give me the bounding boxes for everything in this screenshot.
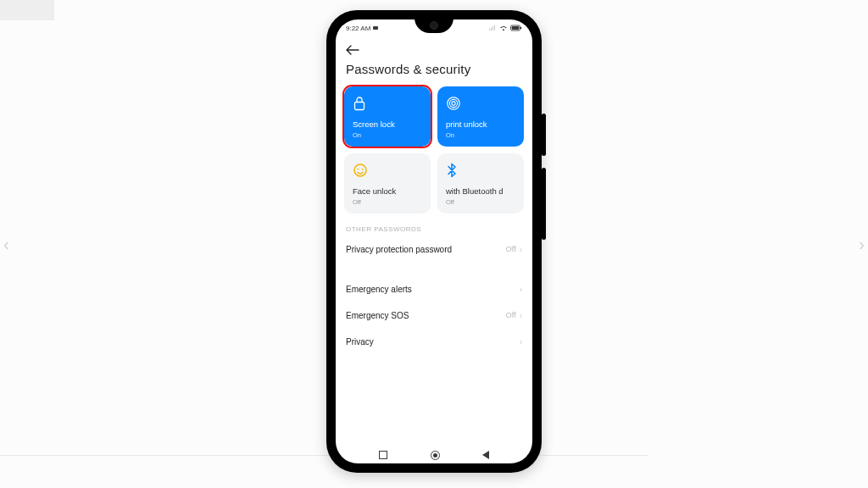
face-icon xyxy=(353,162,422,179)
tile-label: print unlock xyxy=(446,120,515,130)
row-value: Off xyxy=(506,311,516,319)
tile-label: Screen lock xyxy=(353,120,422,130)
phone-screen: 9:22 AM Passwords & security S xyxy=(336,19,532,463)
tile-status: Off xyxy=(353,198,422,206)
row-emergency-alerts[interactable]: Emergency alerts › xyxy=(344,276,524,302)
phone-side-button xyxy=(542,168,546,240)
svg-point-5 xyxy=(449,99,457,107)
section-heading: OTHER PASSWORDS xyxy=(346,225,524,233)
tile-label: Face unlock xyxy=(353,187,422,197)
svg-point-9 xyxy=(362,169,364,170)
wifi-icon xyxy=(499,25,508,31)
page-corner-tag xyxy=(0,0,54,20)
back-button[interactable] xyxy=(344,38,524,58)
tile-bluetooth-unlock[interactable]: with Bluetooth d Off xyxy=(437,153,524,214)
row-emergency-sos[interactable]: Emergency SOS Off› xyxy=(344,302,524,329)
row-label: Emergency alerts xyxy=(346,285,412,294)
row-value: Off xyxy=(506,245,516,253)
fingerprint-icon xyxy=(446,95,515,112)
status-time: 9:22 AM xyxy=(346,25,370,32)
camera-indicator-icon xyxy=(373,26,378,30)
row-privacy-protection-password[interactable]: Privacy protection password Off› xyxy=(344,236,524,263)
row-label: Emergency SOS xyxy=(346,311,409,320)
row-privacy[interactable]: Privacy › xyxy=(344,329,524,355)
chevron-right-icon: › xyxy=(520,285,522,294)
tile-fingerprint-unlock[interactable]: print unlock On xyxy=(437,86,524,147)
phone-side-button xyxy=(542,114,546,156)
nav-home-icon[interactable] xyxy=(431,451,440,460)
carousel-next-icon[interactable]: › xyxy=(859,235,865,254)
carousel-prev-icon[interactable]: ‹ xyxy=(3,235,9,254)
chevron-right-icon: › xyxy=(520,311,522,320)
lock-icon xyxy=(353,95,422,112)
tile-status: On xyxy=(446,131,515,139)
tile-label: with Bluetooth d xyxy=(446,187,515,197)
svg-point-8 xyxy=(358,169,359,170)
chevron-right-icon: › xyxy=(520,337,522,347)
nav-back-icon[interactable] xyxy=(482,451,489,459)
phone-frame: 9:22 AM Passwords & security S xyxy=(326,10,542,473)
tile-screen-lock[interactable]: Screen lock On xyxy=(344,86,431,147)
row-label: Privacy xyxy=(346,337,374,347)
tile-status: On xyxy=(353,131,422,139)
android-nav-bar xyxy=(336,446,532,463)
battery-icon xyxy=(510,25,522,31)
tile-face-unlock[interactable]: Face unlock Off xyxy=(344,153,431,214)
row-label: Privacy protection password xyxy=(346,245,452,254)
nav-recent-icon[interactable] xyxy=(379,451,387,459)
svg-rect-2 xyxy=(512,26,520,30)
svg-rect-3 xyxy=(355,103,364,110)
signal-icon xyxy=(488,25,497,31)
bluetooth-icon xyxy=(446,162,515,179)
tile-status: Off xyxy=(446,198,515,206)
chevron-right-icon: › xyxy=(520,245,522,254)
svg-point-6 xyxy=(452,102,455,105)
page-divider xyxy=(0,455,648,456)
svg-rect-1 xyxy=(520,27,521,30)
page-title: Passwords & security xyxy=(344,58,524,86)
